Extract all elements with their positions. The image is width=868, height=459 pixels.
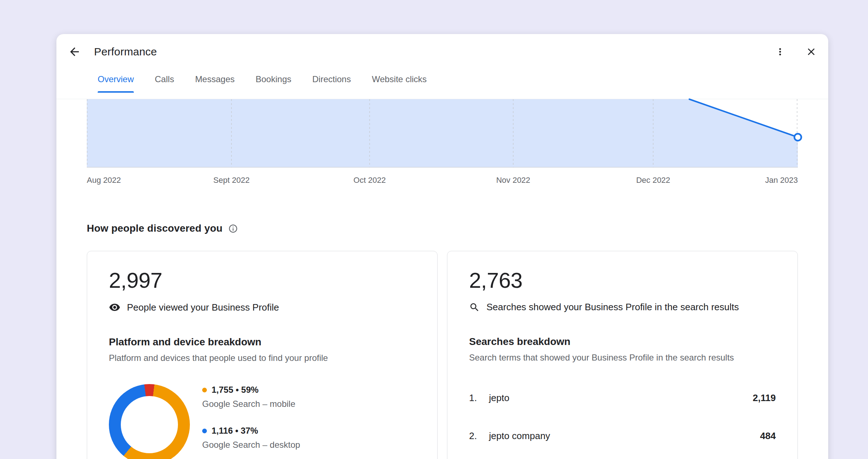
search-icon	[469, 302, 480, 313]
tab-website-clicks[interactable]: Website clicks	[364, 66, 435, 93]
searches-breakdown-title: Searches breakdown	[469, 336, 776, 348]
area-chart-svg	[87, 99, 798, 168]
x-tick-label: Nov 2022	[496, 176, 530, 185]
arrow-left-icon	[68, 45, 81, 58]
legend-value: 1,755 • 59%	[212, 385, 259, 395]
endpoint-marker	[795, 134, 801, 141]
platform-donut-chart	[109, 384, 190, 459]
searches-metric-label: Searches showed your Business Profile in…	[486, 302, 739, 313]
tab-bookings[interactable]: Bookings	[248, 66, 299, 93]
discovery-cards: 2,997 People viewed your Business Profil…	[87, 251, 798, 459]
search-terms-list: 1. jepto 2,119 2. jepto company 484	[469, 387, 776, 447]
legend-dot-orange	[202, 388, 207, 392]
kebab-menu-icon	[775, 46, 786, 57]
performance-dialog: Performance Overview Calls Messages Book…	[56, 34, 828, 459]
legend-label: Google Search – desktop	[202, 440, 300, 450]
legend-item-desktop: 1,116 • 37% Google Search – desktop	[202, 426, 300, 450]
x-tick-label: Aug 2022	[87, 176, 121, 185]
searches-metric-value: 2,763	[469, 268, 776, 293]
term-name: jepto company	[489, 430, 760, 442]
eye-icon	[109, 302, 120, 313]
dialog-header: Performance Overview Calls Messages Book…	[56, 34, 828, 99]
term-name: jepto	[489, 392, 753, 404]
tab-bar: Overview Calls Messages Bookings Directi…	[56, 66, 828, 93]
platform-donut-row: 1,755 • 59% Google Search – mobile 1,116…	[109, 384, 416, 459]
title-row: Performance	[56, 34, 828, 66]
x-tick-label: Dec 2022	[636, 176, 670, 185]
views-card: 2,997 People viewed your Business Profil…	[87, 251, 438, 459]
page-background: Performance Overview Calls Messages Book…	[0, 0, 868, 459]
term-count: 2,119	[753, 392, 776, 404]
back-button[interactable]	[66, 43, 83, 60]
tab-overview[interactable]: Overview	[90, 66, 142, 93]
search-term-row: 2. jepto company 484	[469, 425, 776, 447]
x-tick-label: Oct 2022	[353, 176, 386, 185]
dialog-title: Performance	[94, 46, 157, 58]
legend-value: 1,116 • 37%	[212, 426, 258, 436]
more-options-button[interactable]	[771, 43, 789, 60]
tab-directions[interactable]: Directions	[305, 66, 359, 93]
info-icon[interactable]	[228, 224, 238, 233]
performance-area-chart: Aug 2022 Sept 2022 Oct 2022 Nov 2022 Dec…	[56, 99, 828, 189]
views-metric-label: People viewed your Business Profile	[127, 302, 279, 313]
term-rank: 1.	[469, 392, 489, 404]
term-rank: 2.	[469, 430, 489, 442]
searches-card: 2,763 Searches showed your Business Prof…	[447, 251, 798, 459]
chart-plot-area	[87, 99, 798, 168]
views-metric-value: 2,997	[109, 268, 416, 293]
searches-metric-row: Searches showed your Business Profile in…	[469, 302, 776, 313]
close-icon	[805, 46, 817, 58]
platform-breakdown-subtitle: Platform and devices that people used to…	[109, 353, 416, 363]
x-tick-label: Jan 2023	[765, 176, 798, 185]
close-button[interactable]	[803, 43, 820, 60]
discovered-section-header: How people discovered you	[87, 223, 798, 234]
legend-item-mobile: 1,755 • 59% Google Search – mobile	[202, 385, 300, 409]
legend-label: Google Search – mobile	[202, 399, 300, 409]
platform-legend: 1,755 • 59% Google Search – mobile 1,116…	[202, 384, 300, 459]
tab-messages[interactable]: Messages	[187, 66, 242, 93]
searches-breakdown-subtitle: Search terms that showed your Business P…	[469, 353, 776, 363]
platform-breakdown-title: Platform and device breakdown	[109, 336, 416, 348]
legend-dot-blue	[202, 429, 207, 433]
section-title: How people discovered you	[87, 223, 222, 234]
x-tick-label: Sept 2022	[213, 176, 250, 185]
search-term-row: 1. jepto 2,119	[469, 387, 776, 409]
tab-calls[interactable]: Calls	[147, 66, 182, 93]
chart-x-axis: Aug 2022 Sept 2022 Oct 2022 Nov 2022 Dec…	[87, 168, 798, 189]
term-count: 484	[760, 430, 776, 442]
views-metric-row: People viewed your Business Profile	[109, 302, 416, 313]
